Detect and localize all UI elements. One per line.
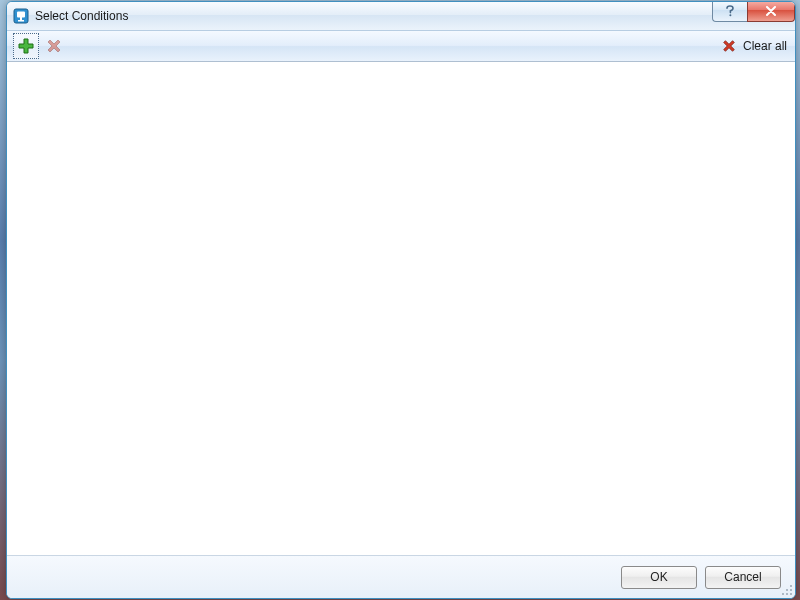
ok-button[interactable]: OK	[621, 566, 697, 589]
cancel-button[interactable]: Cancel	[705, 566, 781, 589]
svg-point-8	[782, 593, 784, 595]
toolbar: Clear all	[7, 31, 795, 62]
svg-point-6	[786, 589, 788, 591]
resize-grip-icon[interactable]	[781, 584, 793, 596]
svg-rect-3	[18, 20, 24, 22]
svg-rect-1	[17, 12, 25, 18]
x-icon	[45, 37, 63, 55]
close-icon	[765, 6, 777, 16]
title-bar[interactable]: Select Conditions	[7, 2, 795, 31]
dialog-window: Select Conditions	[6, 1, 796, 599]
add-condition-button[interactable]	[13, 33, 39, 59]
close-button[interactable]	[747, 1, 795, 22]
svg-point-9	[786, 593, 788, 595]
app-icon	[13, 8, 29, 24]
plus-icon	[17, 37, 35, 55]
x-icon	[721, 38, 737, 54]
clear-all-label: Clear all	[743, 39, 787, 53]
svg-point-7	[790, 589, 792, 591]
svg-point-5	[790, 585, 792, 587]
help-icon	[725, 5, 735, 17]
help-button[interactable]	[712, 1, 747, 22]
svg-point-10	[790, 593, 792, 595]
clear-all-button[interactable]: Clear all	[721, 38, 787, 54]
window-title: Select Conditions	[35, 9, 128, 23]
remove-condition-button[interactable]	[41, 33, 67, 59]
dialog-button-bar: OK Cancel	[7, 555, 795, 598]
window-controls	[712, 2, 795, 30]
conditions-list[interactable]	[7, 62, 795, 555]
svg-point-4	[729, 14, 731, 16]
svg-rect-2	[20, 17, 22, 20]
